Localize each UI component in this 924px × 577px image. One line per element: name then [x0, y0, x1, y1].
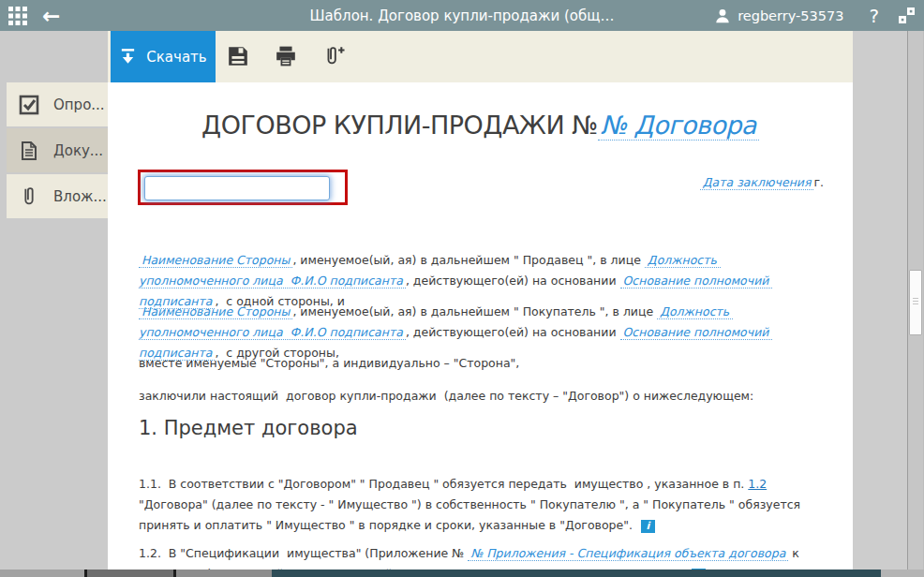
download-icon [119, 48, 137, 66]
top-bar: ← Шаблон. Договор купли-продажи (общ… re… [0, 0, 924, 31]
strip-segment [881, 570, 924, 577]
party-name-link[interactable]: Наименование Стороны [139, 304, 292, 319]
contract-number-link[interactable]: № Договора [598, 111, 759, 141]
appendix-number-link[interactable]: № Приложения - Спецификация объекта дого… [468, 546, 788, 561]
sidebar-item-documents[interactable]: Доку... [7, 128, 108, 172]
vertical-scrollbar-track[interactable] [907, 31, 924, 570]
text-segment: 1.1. В соответствии с "Договором" " Прод… [139, 477, 748, 491]
scrollbar-grip [913, 298, 918, 299]
popout-windows-icon[interactable] [896, 6, 917, 26]
strip-segment [87, 570, 173, 577]
contract-title-text: ДОГОВОР КУПЛИ-ПРОДАЖИ № [201, 111, 598, 140]
text-segment: , действующего(ей) на основании [406, 325, 620, 339]
document-toolbar: Скачать [108, 31, 853, 82]
clause-1-1-paragraph: 1.1. В соответствии с "Договором" " Прод… [139, 474, 819, 536]
conclusion-date-link[interactable]: Дата заключения [700, 175, 814, 190]
help-button[interactable]: ? [869, 5, 879, 27]
date-line: Дата заключенияг. [700, 175, 824, 189]
contract-number-input[interactable] [144, 176, 330, 200]
sidebar-item-label: Влож... [53, 188, 107, 205]
clause-1-2-ref-link[interactable]: 1.2 [748, 477, 767, 491]
strip-segment [176, 570, 272, 577]
left-sidebar: Опро... Доку... Влож... [0, 31, 108, 570]
save-icon[interactable] [227, 45, 249, 67]
sidebar-item-label: Опро... [53, 96, 105, 113]
document-page: ДОГОВОР КУПЛИ-ПРОДАЖИ №№ Договора Дата з… [108, 82, 853, 570]
vertical-scrollbar-thumb[interactable] [909, 270, 922, 335]
parties-paragraph: вместе именуемые "Стороны", а индивидуал… [139, 353, 819, 374]
download-button[interactable]: Скачать [111, 31, 216, 82]
preamble-paragraph: заключили настоящий договор купли-продаж… [139, 386, 819, 407]
text-segment: 1.2. В "Спецификации имущества" (Приложе… [139, 546, 468, 560]
horizontal-scrollbar-thumb[interactable] [272, 570, 881, 577]
back-arrow-icon[interactable]: ← [42, 7, 60, 25]
print-icon[interactable] [275, 45, 297, 67]
apps-grid-icon[interactable] [8, 7, 27, 25]
text-segment: , именуемое(ый, ая) в дальнейшем " Прода… [292, 253, 644, 267]
attach-plus-icon[interactable] [322, 45, 345, 67]
main-area: Скачать ДОГОВОР КУПЛИ-ПРОДАЖИ №№ Договор… [108, 31, 924, 570]
bottom-scroll-strip [0, 570, 924, 577]
sidebar-item-attachments[interactable]: Влож... [7, 174, 108, 218]
document-icon [19, 141, 39, 161]
section-1-heading: 1. Предмет договора [139, 417, 358, 439]
contract-title: ДОГОВОР КУПЛИ-ПРОДАЖИ №№ Договора [108, 111, 853, 140]
user-menu[interactable]: regberry-53573 [738, 8, 843, 23]
date-suffix: г. [813, 175, 824, 189]
text-segment: , именуемое(ый, ая) в дальнейшем " Покуп… [292, 304, 657, 318]
checkbox-icon [19, 95, 39, 115]
right-gutter [853, 31, 924, 570]
info-icon[interactable]: i [641, 520, 655, 533]
sidebar-item-label: Доку... [53, 142, 103, 159]
download-label: Скачать [146, 49, 206, 66]
sidebar-item-surveys[interactable]: Опро... [7, 82, 108, 126]
strip-segment [0, 570, 84, 577]
user-icon [714, 7, 731, 24]
text-segment: , действующего(ей) на основании [406, 274, 620, 288]
annotation-highlight-box [138, 170, 348, 205]
clause-1-2-paragraph: 1.2. В "Спецификации имущества" (Приложе… [139, 543, 819, 570]
paperclip-icon [19, 186, 39, 207]
party-name-link[interactable]: Наименование Стороны [139, 253, 292, 268]
